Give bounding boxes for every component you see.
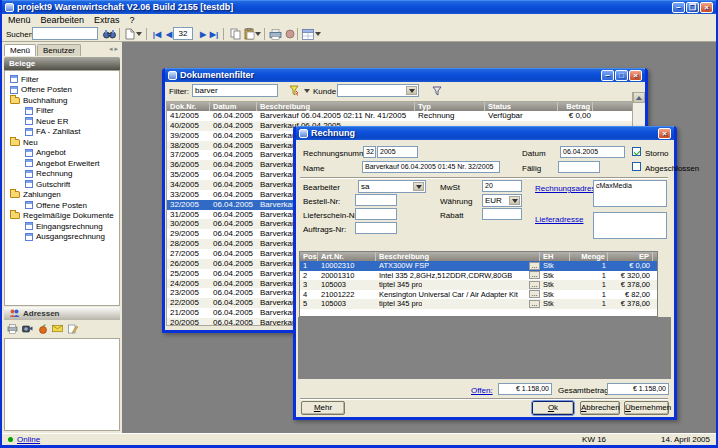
apply-filter-funnel-icon[interactable] [432, 86, 442, 96]
invoice-items-header[interactable]: PosArt.Nr.BeschreibungEHMengeEP [300, 252, 657, 261]
mail-icon[interactable] [51, 322, 64, 335]
bearbeiter-combobox[interactable]: sa [358, 180, 426, 193]
menu-extras[interactable]: Extras [94, 15, 120, 25]
paste-icon[interactable] [242, 27, 256, 41]
menu-bearbeiten[interactable]: Bearbeiten [41, 15, 85, 25]
datum-input[interactable]: 06.04.2005 [560, 146, 625, 158]
lieferscheinnr-input[interactable] [355, 208, 397, 220]
storno-checkbox[interactable] [632, 147, 641, 156]
rechnungsadresse-textarea[interactable]: cMaxMedia [593, 180, 667, 207]
sidebar-item[interactable]: Gutschrift [5, 179, 119, 190]
invoice-item-row[interactable]: 5105003tiptel 345 pro...Stk1€ 378,00 [300, 299, 657, 309]
abbrechen-button[interactable]: Abbrechen [580, 401, 620, 415]
ok-button[interactable]: Ok [532, 401, 574, 415]
menu-menue[interactable]: Menü [8, 15, 31, 25]
rechnungsjahr-input[interactable]: 2005 [377, 146, 418, 158]
name-input[interactable]: Barverkauf 06.04.2005 01:45 Nr. 32/2005 [362, 161, 500, 173]
sidebar-item[interactable]: Angebot [5, 148, 119, 159]
belege-header[interactable]: Belege [4, 57, 120, 70]
waehrung-dropdown-icon[interactable] [509, 196, 520, 205]
offen-link[interactable]: Offen: [471, 386, 493, 395]
tab-benutzer[interactable]: Benutzer [37, 44, 81, 56]
scroll-up-icon[interactable] [633, 92, 645, 103]
online-link[interactable]: Online [17, 435, 40, 444]
column-header[interactable]: Beschreibung [257, 102, 415, 111]
paste-dropdown-icon[interactable] [255, 32, 261, 36]
lieferadresse-link[interactable]: Lieferadresse [535, 215, 583, 224]
row-detail-button[interactable]: ... [529, 271, 540, 279]
stop-icon[interactable] [283, 27, 297, 41]
adressen-header[interactable]: Adressen [4, 307, 120, 320]
sidebar-item[interactable]: Angebot Erweitert [5, 158, 119, 169]
row-detail-button[interactable]: ... [529, 290, 540, 298]
bestellnr-input[interactable] [355, 194, 397, 206]
mehr-button[interactable]: Mehr [301, 401, 345, 415]
column-header[interactable]: Typ [415, 102, 485, 111]
new-document-icon[interactable] [123, 27, 137, 41]
rechnung-close-button[interactable]: × [658, 128, 671, 139]
printer-icon[interactable] [6, 322, 19, 335]
kunde-combobox[interactable] [337, 84, 419, 97]
row-detail-button[interactable]: ... [529, 262, 540, 270]
bearbeiter-dropdown-icon[interactable] [413, 182, 424, 191]
view-grid-icon[interactable] [301, 27, 315, 41]
apple-icon[interactable] [36, 322, 49, 335]
invoice-item-row[interactable]: 220001310Intel 335 2,8GHz,512DDR,CDRW,80… [300, 271, 657, 281]
docfilter-table-header[interactable]: Dok.Nr.DatumBeschreibungTypStatusBetrag [167, 102, 643, 111]
column-header[interactable]: Art.Nr. [318, 252, 376, 261]
new-document-dropdown-icon[interactable] [136, 32, 142, 36]
sidebar-item[interactable]: Ausgangsrechnung [5, 232, 119, 243]
search-input[interactable] [32, 27, 98, 40]
close-button[interactable]: × [700, 2, 713, 13]
df-close-button[interactable]: × [629, 70, 642, 81]
sidebar-item[interactable]: Neu [5, 137, 119, 148]
menu-help[interactable]: ? [130, 15, 135, 25]
column-header[interactable]: EH [540, 252, 570, 261]
invoice-item-row[interactable]: 110002310ATX300W FSP...Stk1€ 0,00 [300, 261, 657, 271]
sidebar-item[interactable]: Buchhaltung [5, 95, 119, 106]
kunde-dropdown-icon[interactable] [406, 86, 417, 95]
rechnungsnummer-input[interactable]: 32 [363, 146, 376, 158]
adressen-panel[interactable] [4, 338, 120, 431]
sidebar-item[interactable]: Zahlungen [5, 190, 119, 201]
uebernehmen-button[interactable]: Übernehmen [624, 401, 669, 415]
df-minimize-button[interactable]: − [601, 70, 614, 81]
sidebar-item[interactable]: FA - Zahllast [5, 127, 119, 138]
edit-icon[interactable] [66, 322, 79, 335]
camera-icon[interactable] [21, 322, 34, 335]
copy-icon[interactable] [228, 27, 242, 41]
sidebar-item[interactable]: Neue ER [5, 116, 119, 127]
column-header[interactable]: Dok.Nr. [167, 102, 210, 111]
record-number-input[interactable] [173, 27, 193, 40]
sidebar-item[interactable]: Regelmäßige Dokumente [5, 211, 119, 222]
filter-input[interactable] [192, 84, 278, 97]
mwst-input[interactable]: 20 [482, 180, 522, 192]
tab-scroll-arrows-icon[interactable]: ◂ ▸ [109, 45, 118, 53]
row-detail-button[interactable]: ... [529, 281, 540, 289]
column-header[interactable]: Beschreibung [376, 252, 540, 261]
abgeschlossen-checkbox[interactable] [632, 162, 641, 171]
sidebar-item[interactable]: Offene Posten [5, 200, 119, 211]
table-row[interactable]: 41/200506.04.2005Barverkauf 06.04.2005 0… [167, 111, 643, 121]
rabatt-input[interactable] [482, 208, 522, 220]
sidebar-item[interactable]: Eingangsrechnung [5, 221, 119, 232]
restore-button[interactable]: ❐ [686, 2, 699, 13]
offen-input[interactable]: € 1.158,00 [498, 383, 552, 395]
column-header[interactable]: EP [608, 252, 653, 261]
row-detail-button[interactable]: ... [529, 300, 540, 308]
lieferadresse-textarea[interactable] [593, 212, 667, 239]
column-header[interactable]: Datum [210, 102, 257, 111]
print-icon[interactable] [268, 27, 282, 41]
gesamtbetrag-input[interactable]: € 1.158,00 [607, 383, 669, 395]
find-binoculars-icon[interactable] [102, 27, 116, 41]
tab-menue[interactable]: Menü [4, 44, 36, 56]
sidebar-item[interactable]: Offene Posten [5, 85, 119, 96]
view-dropdown-icon[interactable] [315, 32, 321, 36]
auftragsnr-input[interactable] [355, 222, 397, 234]
column-header[interactable]: Betrag [558, 102, 593, 111]
column-header[interactable]: Pos [300, 252, 318, 261]
waehrung-combobox[interactable]: EUR [482, 194, 522, 207]
sidebar-item[interactable]: Filter [5, 74, 119, 85]
df-maximize-button[interactable]: □ [615, 70, 628, 81]
filter-funnel-icon[interactable] [289, 85, 300, 96]
